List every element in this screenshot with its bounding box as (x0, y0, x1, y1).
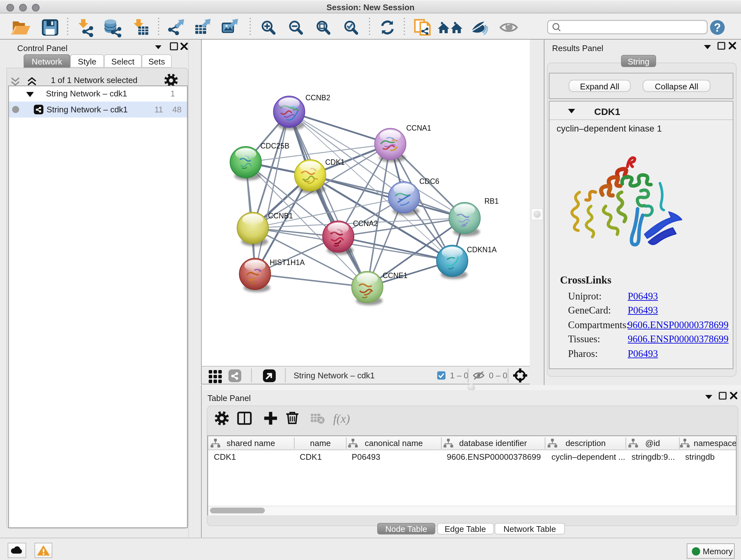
svg-text:CDC25B: CDC25B (260, 142, 289, 150)
svg-text:String Network – cdk1: String Network – cdk1 (293, 371, 375, 380)
svg-text:CDC6: CDC6 (419, 177, 440, 186)
svg-text:0 – 0: 0 – 0 (489, 371, 508, 380)
svg-text:shared name: shared name (226, 438, 275, 448)
svg-text:CCNB2: CCNB2 (306, 94, 330, 102)
svg-text:CDK1: CDK1 (325, 158, 345, 166)
svg-text:name: name (310, 438, 331, 448)
svg-text:f(x): f(x) (333, 412, 350, 426)
svg-text:CCNA2: CCNA2 (353, 219, 378, 228)
svg-text:canonical name: canonical name (365, 438, 423, 448)
svg-text:CCNB1: CCNB1 (268, 212, 293, 220)
svg-text:HIST1H1A: HIST1H1A (270, 258, 305, 266)
svg-text:CCNA1: CCNA1 (406, 124, 431, 132)
svg-text:namespace: namespace (694, 438, 736, 448)
svg-text:CCNE1: CCNE1 (383, 271, 408, 280)
svg-text:1 – 0: 1 – 0 (450, 371, 468, 380)
svg-text:database identifier: database identifier (459, 438, 527, 448)
svg-text:RB1: RB1 (484, 197, 499, 205)
svg-text:description: description (565, 438, 606, 448)
svg-text:?: ? (714, 21, 721, 34)
svg-text:CDKN1A: CDKN1A (467, 246, 497, 254)
svg-text:@id: @id (645, 438, 660, 448)
